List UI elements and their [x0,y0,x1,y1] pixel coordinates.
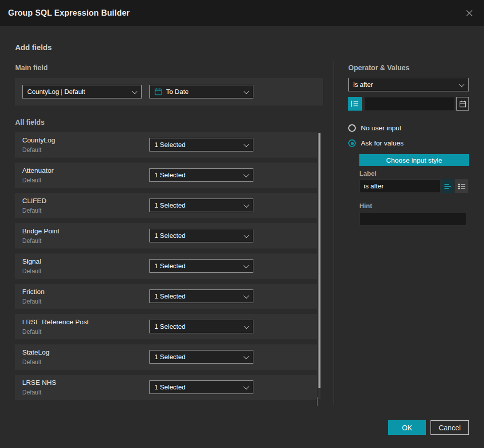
chevron-down-icon [243,353,249,359]
field-selection-dropdown[interactable]: 1 Selected [149,229,253,242]
field-name: CLIFED [22,197,46,205]
field-row: CLIFED Default 1 Selected [15,193,317,218]
date-picker-button[interactable] [456,97,469,111]
date-field-dropdown-value: To Date [166,88,240,95]
main-field-dropdown[interactable]: CountyLog | Default [22,85,142,98]
chevron-down-icon [243,171,249,177]
chevron-down-icon [243,383,249,389]
radio-ask-for-values[interactable]: Ask for values [348,139,404,147]
field-type: Default [22,268,41,275]
hint-input[interactable] [359,212,467,226]
radio-selected-icon [348,139,356,147]
field-type: Default [22,328,41,335]
radio-ask-for-values-label: Ask for values [361,139,404,147]
field-row: LRSE Reference Post Default 1 Selected [15,314,317,339]
field-selection-dropdown[interactable]: 1 Selected [149,350,253,364]
field-selection-value: 1 Selected [154,383,240,391]
field-name: Friction [22,288,44,295]
operator-dropdown[interactable]: is after [348,78,469,91]
field-selection-value: 1 Selected [154,202,240,209]
field-selection-dropdown[interactable]: 1 Selected [149,289,253,303]
chevron-down-icon [243,88,249,93]
chevron-down-icon [243,202,249,207]
field-selection-value: 1 Selected [154,141,240,148]
field-selection-value: 1 Selected [154,353,240,361]
close-icon[interactable] [463,7,476,20]
field-type: Default [22,177,41,184]
field-name: Attenuator [22,167,53,174]
field-selection-dropdown[interactable]: 1 Selected [149,259,253,273]
all-fields-list: CountyLog Default 1 Selected Attenuator … [15,132,317,400]
field-name: CountyLog [22,136,55,144]
chevron-down-icon [243,262,249,268]
field-name: Bridge Point [22,227,60,235]
scroll-down-icon[interactable] [317,397,322,402]
main-field-panel: CountyLog | Default To Date [15,78,323,106]
field-type: Default [22,146,41,154]
field-name: LRSE NHS [22,379,57,386]
choose-input-style-button[interactable]: Choose input style [359,154,469,166]
hint-field-label: Hint [359,202,372,210]
add-fields-heading: Add fields [15,43,52,52]
group-sql-expression-builder-dialog: Group SQL Expression Builder Add fields … [0,0,484,448]
chevron-down-icon [243,141,249,146]
main-field-label: Main field [15,64,48,72]
value-input[interactable] [364,97,455,111]
field-selection-value: 1 Selected [154,323,240,330]
field-selection-dropdown[interactable]: 1 Selected [149,138,253,152]
field-name: Signal [22,258,41,265]
operator-values-label: Operator & Values [348,64,409,72]
field-name: LRSE Reference Post [22,318,89,326]
radio-no-user-input[interactable]: No user input [348,124,401,132]
radio-circle-icon [348,124,356,132]
field-row: Friction Default 1 Selected [15,284,317,309]
date-field-dropdown[interactable]: To Date [149,85,253,98]
label-field-label: Label [359,170,377,177]
chevron-down-icon [243,232,249,237]
scrollbar-thumb[interactable] [318,133,320,388]
label-input[interactable] [359,179,441,193]
field-selection-dropdown[interactable]: 1 Selected [149,380,253,394]
label-style-list-button[interactable] [455,179,468,193]
chevron-down-icon [243,292,249,298]
field-selection-value: 1 Selected [154,292,240,300]
dialog-title: Group SQL Expression Builder [8,9,130,18]
field-selection-value: 1 Selected [154,171,240,179]
main-field-dropdown-value: CountyLog | Default [27,88,129,95]
chevron-down-icon [132,88,137,93]
field-name: StateLog [22,349,49,356]
operator-dropdown-value: is after [353,81,456,88]
field-type: Default [22,237,41,244]
value-source-button[interactable] [348,97,362,111]
vertical-divider [334,61,334,405]
field-row: Bridge Point Default 1 Selected [15,223,317,248]
field-selection-value: 1 Selected [154,232,240,239]
dialog-titlebar: Group SQL Expression Builder [0,0,484,26]
calendar-icon [154,88,162,95]
field-selection-dropdown[interactable]: 1 Selected [149,168,253,182]
field-selection-dropdown[interactable]: 1 Selected [149,198,253,212]
field-row: Attenuator Default 1 Selected [15,163,317,188]
field-row: CountyLog Default 1 Selected [15,132,317,158]
field-type: Default [22,359,41,366]
chevron-down-icon [459,81,464,86]
field-type: Default [22,207,41,214]
field-selection-value: 1 Selected [154,262,240,270]
all-fields-label: All fields [15,118,44,126]
radio-no-user-input-label: No user input [361,124,401,132]
align-left-icon [444,183,451,189]
field-selection-dropdown[interactable]: 1 Selected [149,320,253,333]
label-style-text-button[interactable] [441,179,454,193]
list-in-box-icon [351,101,359,107]
field-type: Default [22,298,41,305]
field-type: Default [22,389,41,396]
field-row: LRSE NHS Default 1 Selected [15,375,317,400]
field-row: Signal Default 1 Selected [15,254,317,279]
field-row: StateLog Default 1 Selected [15,344,317,370]
bulleted-list-icon [458,183,465,189]
chevron-down-icon [243,323,249,328]
cancel-button[interactable]: Cancel [431,420,469,435]
ok-button[interactable]: OK [388,420,426,435]
calendar-icon [459,101,466,108]
